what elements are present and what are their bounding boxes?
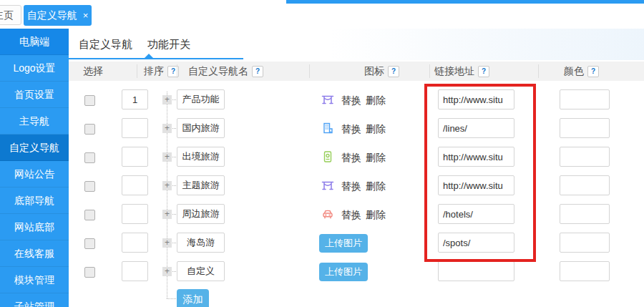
link-address-input[interactable] [438, 261, 514, 281]
building-icon [321, 122, 334, 135]
row-select-checkbox[interactable] [84, 210, 95, 220]
link-address-input[interactable] [438, 118, 514, 138]
delete-link[interactable]: 删除 [366, 94, 386, 107]
sidebar-item-custom-nav[interactable]: 自定义导航 [0, 135, 69, 161]
link-address-input[interactable] [438, 204, 514, 224]
add-button[interactable]: 添加 [177, 289, 209, 307]
sort-input[interactable] [122, 204, 148, 224]
replace-link[interactable]: 替换 [341, 209, 361, 222]
replace-link[interactable]: 替换 [341, 180, 361, 193]
drag-handle-icon[interactable]: + [162, 95, 172, 104]
row-select-checkbox[interactable] [84, 267, 95, 278]
nav-name-input[interactable] [177, 89, 225, 109]
column-divider [429, 64, 430, 78]
delete-link[interactable]: 删除 [366, 152, 386, 165]
upload-image-button[interactable]: 上传图片 [319, 263, 368, 281]
col-name: 自定义导航名? [188, 65, 263, 78]
active-tab-underline [69, 58, 243, 59]
col-link: 链接地址? [434, 65, 489, 78]
nav-name-input[interactable] [177, 233, 225, 253]
tree-connector-foot [167, 298, 176, 299]
color-input[interactable] [560, 147, 610, 167]
tab-home[interactable]: 主页 [0, 5, 21, 25]
column-divider [177, 64, 177, 78]
sidebar-item-site-footer[interactable]: 网站底部 [0, 214, 69, 240]
link-address-input[interactable] [438, 89, 514, 109]
admin-page: 主页 自定义导航 × 电脑端 Logo设置 首页设置 主导航 自定义导航 网站公… [0, 0, 644, 307]
tab-home-label: 主页 [0, 9, 14, 21]
sidebar-item-subsite[interactable]: 子站管理 [0, 293, 69, 307]
top-tab-bar: 主页 自定义导航 × [0, 0, 644, 29]
sidebar-item-main-nav[interactable]: 主导航 [0, 108, 69, 135]
color-input[interactable] [560, 118, 610, 138]
column-divider [309, 64, 310, 78]
sort-input[interactable] [122, 118, 148, 138]
col-sort: 排序? [144, 65, 179, 78]
delete-link[interactable]: 删除 [366, 180, 386, 193]
sidebar-item-homepage[interactable]: 首页设置 [0, 82, 69, 108]
color-input[interactable] [560, 233, 610, 253]
upload-image-button[interactable]: 上传图片 [319, 234, 368, 253]
row-select-checkbox[interactable] [84, 95, 95, 106]
delete-link[interactable]: 删除 [366, 209, 386, 222]
sort-input[interactable] [122, 233, 148, 253]
replace-link[interactable]: 替换 [341, 94, 361, 107]
sort-input[interactable] [122, 175, 148, 195]
table-header: 选择 排序? 自定义导航名? 图标? 链接地址? 颜色? [69, 62, 644, 81]
replace-link[interactable]: 替换 [341, 152, 361, 165]
color-input[interactable] [560, 175, 610, 195]
sidebar-item-logo[interactable]: Logo设置 [0, 55, 69, 82]
help-icon[interactable]: ? [587, 66, 599, 77]
drag-handle-icon[interactable]: + [162, 124, 172, 133]
sort-input[interactable] [122, 147, 148, 167]
top-accent-bar [286, 0, 644, 4]
sidebar-item-footer-nav[interactable]: 底部导航 [0, 187, 69, 214]
link-address-input[interactable] [438, 233, 514, 253]
col-color: 颜色? [564, 65, 599, 78]
bridge-icon [321, 179, 334, 192]
drag-handle-icon[interactable]: + [162, 267, 172, 276]
col-select: 选择 [83, 65, 103, 78]
col-icon: 图标? [364, 65, 399, 78]
row-select-checkbox[interactable] [84, 238, 95, 249]
nav-name-input[interactable] [177, 118, 225, 138]
row-select-checkbox[interactable] [84, 124, 95, 135]
bridge-icon [321, 93, 334, 106]
link-address-input[interactable] [438, 147, 514, 167]
replace-link[interactable]: 替换 [341, 123, 361, 136]
drag-handle-icon[interactable]: + [162, 152, 172, 162]
column-divider [538, 64, 539, 78]
delete-link[interactable]: 删除 [366, 123, 386, 136]
sidebar: 电脑端 Logo设置 首页设置 主导航 自定义导航 网站公告 底部导航 网站底部… [0, 29, 69, 307]
row-select-checkbox[interactable] [84, 181, 95, 192]
tab-custom-nav-label: 自定义导航 [27, 9, 77, 22]
column-divider [137, 64, 137, 78]
drag-handle-icon[interactable]: + [162, 238, 172, 248]
color-input[interactable] [560, 89, 610, 109]
nav-name-input[interactable] [177, 147, 225, 167]
nav-name-input[interactable] [177, 175, 225, 195]
tab-feature-switch[interactable]: 功能开关 [147, 38, 190, 52]
color-input[interactable] [560, 204, 610, 224]
sidebar-item-service[interactable]: 在线客服 [0, 240, 69, 267]
color-input[interactable] [560, 261, 610, 281]
sort-input[interactable] [122, 89, 148, 109]
help-icon[interactable]: ? [388, 66, 399, 77]
tab-custom-nav-content[interactable]: 自定义导航 [79, 38, 132, 52]
nav-name-input[interactable] [177, 261, 225, 281]
sidebar-item-pc[interactable]: 电脑端 [0, 29, 69, 55]
close-tab-icon[interactable]: × [83, 11, 89, 20]
sort-input[interactable] [122, 261, 148, 281]
help-icon[interactable]: ? [252, 66, 263, 77]
link-address-input[interactable] [438, 175, 514, 195]
car-icon [321, 208, 334, 220]
row-select-checkbox[interactable] [84, 152, 95, 163]
sidebar-item-modules[interactable]: 模块管理 [0, 267, 69, 293]
nav-name-input[interactable] [177, 204, 225, 224]
tab-custom-nav[interactable]: 自定义导航 × [24, 5, 92, 26]
passport-icon [321, 150, 334, 163]
drag-handle-icon[interactable]: + [162, 210, 172, 219]
sidebar-item-notice[interactable]: 网站公告 [0, 161, 69, 187]
drag-handle-icon[interactable]: + [162, 181, 172, 190]
help-icon[interactable]: ? [478, 66, 489, 77]
